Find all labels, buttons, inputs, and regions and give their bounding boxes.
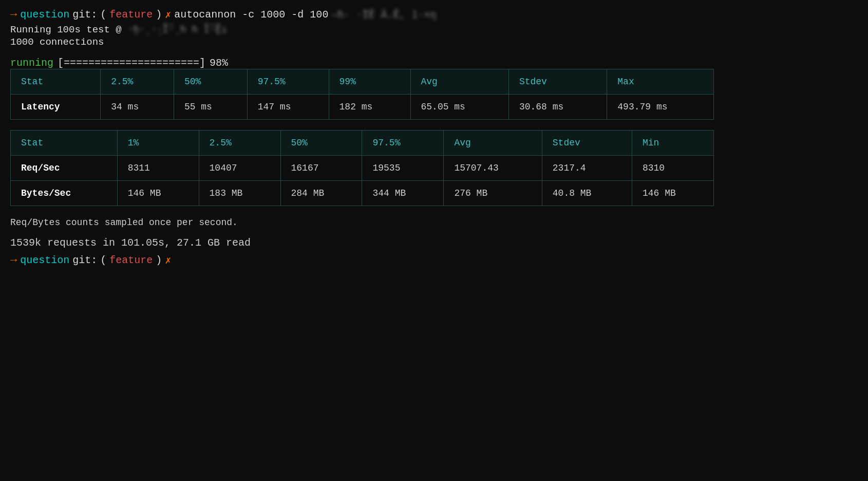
latency-max-val: 493.79 ms — [607, 95, 714, 120]
running-prefix: Running 100s test @ — [10, 24, 122, 35]
git-label: git: — [72, 9, 97, 21]
bottom-prompt-arrow: → — [10, 254, 17, 267]
latency-avg-val: 65.05 ms — [410, 95, 508, 120]
prompt-line: → question git: (feature) ✗ autocannon -… — [10, 8, 858, 21]
bottom-prompt-line: → question git: (feature) ✗ — [10, 254, 858, 267]
bytessec-stdev-val: 40.8 MB — [542, 181, 632, 206]
latency-row-label: Latency — [11, 95, 101, 120]
bottom-git-branch: feature — [109, 254, 153, 266]
throughput-col-min: Min — [632, 131, 713, 156]
latency-col-2.5: 2.5% — [101, 69, 174, 95]
throughput-table-header-row: Stat 1% 2.5% 50% 97.5% Avg Stdev Min — [11, 131, 714, 156]
bytessec-avg-val: 276 MB — [444, 181, 542, 206]
reqsec-row: Req/Sec 8311 10407 16167 19535 15707.43 … — [11, 156, 714, 181]
reqsec-1-val: 8311 — [117, 156, 199, 181]
throughput-col-avg: Avg — [444, 131, 542, 156]
latency-col-avg: Avg — [410, 69, 508, 95]
throughput-col-2.5: 2.5% — [199, 131, 280, 156]
throughput-col-1: 1% — [117, 131, 199, 156]
latency-stdev-val: 30.68 ms — [508, 95, 607, 120]
bytessec-row: Bytes/Sec 146 MB 183 MB 284 MB 344 MB 27… — [11, 181, 714, 206]
latency-col-max: Max — [607, 69, 714, 95]
bytessec-row-label: Bytes/Sec — [11, 181, 118, 206]
latency-col-97.5: 97.5% — [247, 69, 329, 95]
bottom-git-close: ) — [156, 254, 162, 266]
throughput-col-97.5: 97.5% — [362, 131, 444, 156]
git-branch-open: ( — [100, 9, 106, 21]
reqsec-avg-val: 15707.43 — [444, 156, 542, 181]
bytessec-2.5-val: 183 MB — [199, 181, 280, 206]
reqsec-97.5-val: 19535 — [362, 156, 444, 181]
reqsec-stdev-val: 2317.4 — [542, 156, 632, 181]
git-branch: feature — [109, 9, 153, 21]
sampled-note: Req/Bytes counts sampled once per second… — [10, 217, 858, 228]
bottom-git-open: ( — [100, 254, 106, 266]
prompt-arrow: → — [10, 8, 17, 21]
throughput-col-stat: Stat — [11, 131, 118, 156]
info-line-connections: 1000 connections — [10, 36, 858, 48]
throughput-table: Stat 1% 2.5% 50% 97.5% Avg Stdev Min Req… — [10, 130, 714, 206]
reqsec-row-label: Req/Sec — [11, 156, 118, 181]
latency-2.5-val: 34 ms — [101, 95, 174, 120]
bottom-git-label: git: — [72, 254, 97, 266]
throughput-col-50: 50% — [280, 131, 362, 156]
latency-99-val: 182 ms — [329, 95, 410, 120]
blurred-args: —ħ· ·̈ÏẼ Ã.Ẽ, l·×ŋ — [331, 8, 436, 21]
latency-row: Latency 34 ms 55 ms 147 ms 182 ms 65.05 … — [11, 95, 714, 120]
bytessec-50-val: 284 MB — [280, 181, 362, 206]
info-line-running: Running 100s test @ ·̤ħ·̤ ·̤·̈Ï̃·̤ ħ ħ Ï… — [10, 23, 858, 35]
latency-col-50: 50% — [174, 69, 247, 95]
latency-table: Stat 2.5% 50% 97.5% 99% Avg Stdev Max La… — [10, 69, 714, 120]
bytessec-97.5-val: 344 MB — [362, 181, 444, 206]
progress-bar: [======================] — [58, 57, 205, 69]
command-text: autocannon -c 1000 -d 100 — [174, 9, 328, 21]
latency-50-val: 55 ms — [174, 95, 247, 120]
latency-col-stat: Stat — [11, 69, 101, 95]
latency-97.5-val: 147 ms — [247, 95, 329, 120]
throughput-col-stdev: Stdev — [542, 131, 632, 156]
git-branch-close: ) — [156, 9, 162, 21]
progress-pct: 98% — [210, 57, 228, 69]
bytessec-min-val: 146 MB — [632, 181, 713, 206]
bytessec-1-val: 146 MB — [117, 181, 199, 206]
latency-col-99: 99% — [329, 69, 410, 95]
running-progress: running [======================] 98% — [10, 57, 858, 69]
reqsec-50-val: 16167 — [280, 156, 362, 181]
running-label: running — [10, 57, 53, 69]
prompt-dir: question — [20, 9, 69, 21]
bottom-prompt-dir: question — [20, 254, 69, 266]
bottom-git-x: ✗ — [165, 254, 171, 267]
reqsec-2.5-val: 10407 — [199, 156, 280, 181]
latency-col-stdev: Stdev — [508, 69, 607, 95]
latency-table-header-row: Stat 2.5% 50% 97.5% 99% Avg Stdev Max — [11, 69, 714, 95]
summary-line: 1539k requests in 101.05s, 27.1 GB read — [10, 237, 858, 249]
reqsec-min-val: 8310 — [632, 156, 713, 181]
url-blurred: ·̤ħ·̤ ·̤·̈Ï̃·̤ ħ ħ Ï̃·̤Ẽı — [127, 23, 227, 35]
git-x: ✗ — [165, 8, 171, 21]
